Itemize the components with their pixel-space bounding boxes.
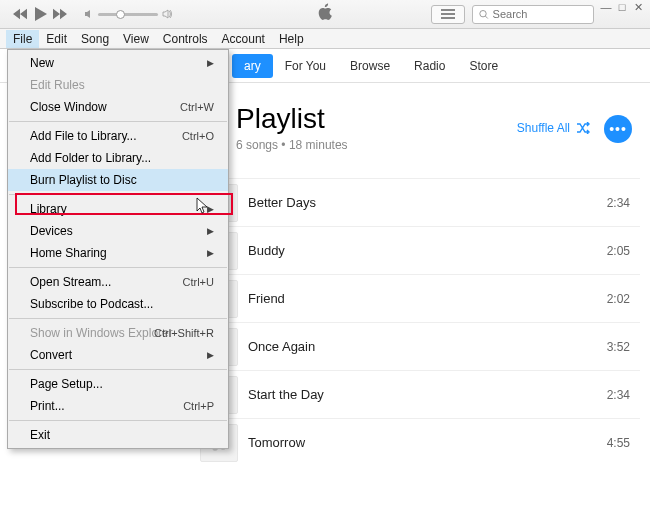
volume-slider[interactable] (98, 13, 158, 16)
song-row[interactable]: Once Again3:52 (200, 322, 640, 370)
menu-shortcut: Ctrl+Shift+R (154, 327, 214, 339)
menu-item-close-window[interactable]: Close WindowCtrl+W (8, 96, 228, 118)
search-icon (479, 9, 489, 20)
menu-item-print[interactable]: Print...Ctrl+P (8, 395, 228, 417)
menu-item-label: Show in Windows Explorer (30, 326, 173, 340)
song-time: 2:05 (607, 244, 630, 258)
submenu-arrow-icon: ▶ (207, 248, 214, 258)
tab-radio[interactable]: Radio (402, 54, 457, 78)
menu-item-label: Close Window (30, 100, 107, 114)
close-button[interactable]: ✕ (630, 0, 646, 14)
song-time: 2:02 (607, 292, 630, 306)
menu-item-home-sharing[interactable]: Home Sharing▶ (8, 242, 228, 264)
playback-controls (0, 4, 70, 24)
menu-item-label: Burn Playlist to Disc (30, 173, 137, 187)
submenu-arrow-icon: ▶ (207, 350, 214, 360)
menu-item-label: Add Folder to Library... (30, 151, 151, 165)
song-row[interactable]: Tomorrow4:55 (200, 418, 640, 466)
song-title: Start the Day (248, 387, 324, 402)
apple-logo (317, 3, 333, 25)
menu-item-library[interactable]: Library▶ (8, 198, 228, 220)
menu-item-page-setup[interactable]: Page Setup... (8, 373, 228, 395)
menu-account[interactable]: Account (215, 30, 272, 48)
list-view-button[interactable] (431, 5, 465, 24)
song-title: Once Again (248, 339, 315, 354)
menu-item-label: New (30, 56, 54, 70)
song-time: 4:55 (607, 436, 630, 450)
menu-item-show-in-windows-explorer: Show in Windows ExplorerCtrl+Shift+R (8, 322, 228, 344)
song-row[interactable]: Friend2:02 (200, 274, 640, 322)
previous-button[interactable] (10, 4, 30, 24)
content-area: Playlist 6 songs • 18 minutes Shuffle Al… (200, 83, 640, 506)
menu-item-open-stream[interactable]: Open Stream...Ctrl+U (8, 271, 228, 293)
menu-item-edit-rules: Edit Rules (8, 74, 228, 96)
menu-item-label: Library (30, 202, 67, 216)
menu-item-label: Add File to Library... (30, 129, 137, 143)
maximize-button[interactable]: □ (614, 0, 630, 14)
play-button[interactable] (30, 4, 50, 24)
window-controls: — □ ✕ (598, 0, 646, 14)
menu-separator (9, 318, 227, 319)
menu-item-convert[interactable]: Convert▶ (8, 344, 228, 366)
menu-edit[interactable]: Edit (39, 30, 74, 48)
svg-rect-0 (441, 9, 455, 11)
menu-controls[interactable]: Controls (156, 30, 215, 48)
menu-shortcut: Ctrl+P (183, 400, 214, 412)
menu-item-new[interactable]: New▶ (8, 52, 228, 74)
shuffle-all-button[interactable]: Shuffle All (517, 121, 590, 135)
tab-for-you[interactable]: For You (273, 54, 338, 78)
file-menu-dropdown: New▶Edit RulesClose WindowCtrl+WAdd File… (7, 49, 229, 449)
playlist-meta: 6 songs • 18 minutes (236, 138, 640, 152)
menu-file[interactable]: File (6, 30, 39, 48)
menu-separator (9, 420, 227, 421)
tab-library[interactable]: ary (232, 54, 273, 78)
menu-shortcut: Ctrl+W (180, 101, 214, 113)
svg-rect-1 (441, 13, 455, 15)
menubar: File Edit Song View Controls Account Hel… (0, 29, 650, 49)
menu-item-label: Convert (30, 348, 72, 362)
playlist-header: Playlist 6 songs • 18 minutes Shuffle Al… (200, 83, 640, 160)
tab-browse[interactable]: Browse (338, 54, 402, 78)
menu-item-label: Open Stream... (30, 275, 111, 289)
song-row[interactable]: Buddy2:05 (200, 226, 640, 274)
song-row[interactable]: Start the Day2:34 (200, 370, 640, 418)
volume-low-icon (84, 9, 94, 19)
menu-separator (9, 267, 227, 268)
shuffle-label: Shuffle All (517, 121, 570, 135)
song-time: 3:52 (607, 340, 630, 354)
menu-shortcut: Ctrl+O (182, 130, 214, 142)
menu-item-label: Print... (30, 399, 65, 413)
volume-control[interactable] (84, 9, 172, 19)
menu-separator (9, 121, 227, 122)
menu-item-label: Page Setup... (30, 377, 103, 391)
search-input[interactable] (493, 8, 587, 20)
menu-item-label: Subscribe to Podcast... (30, 297, 153, 311)
menu-item-label: Edit Rules (30, 78, 85, 92)
volume-thumb[interactable] (116, 10, 125, 19)
svg-rect-2 (441, 17, 455, 19)
song-time: 2:34 (607, 196, 630, 210)
song-title: Friend (248, 291, 285, 306)
menu-item-exit[interactable]: Exit (8, 424, 228, 446)
menu-view[interactable]: View (116, 30, 156, 48)
svg-point-3 (480, 10, 486, 16)
menu-item-add-folder-to-library[interactable]: Add Folder to Library... (8, 147, 228, 169)
menu-separator (9, 369, 227, 370)
submenu-arrow-icon: ▶ (207, 204, 214, 214)
menu-help[interactable]: Help (272, 30, 311, 48)
menu-item-add-file-to-library[interactable]: Add File to Library...Ctrl+O (8, 125, 228, 147)
menu-item-label: Home Sharing (30, 246, 107, 260)
song-row[interactable]: Better Days2:34 (200, 178, 640, 226)
menu-item-burn-playlist-to-disc[interactable]: Burn Playlist to Disc (8, 169, 228, 191)
tab-store[interactable]: Store (457, 54, 510, 78)
menu-item-subscribe-to-podcast[interactable]: Subscribe to Podcast... (8, 293, 228, 315)
more-actions-button[interactable]: ••• (604, 115, 632, 143)
menu-item-devices[interactable]: Devices▶ (8, 220, 228, 242)
search-box[interactable] (472, 5, 594, 24)
song-time: 2:34 (607, 388, 630, 402)
minimize-button[interactable]: — (598, 0, 614, 14)
song-title: Better Days (248, 195, 316, 210)
menu-song[interactable]: Song (74, 30, 116, 48)
next-button[interactable] (50, 4, 70, 24)
menu-separator (9, 194, 227, 195)
